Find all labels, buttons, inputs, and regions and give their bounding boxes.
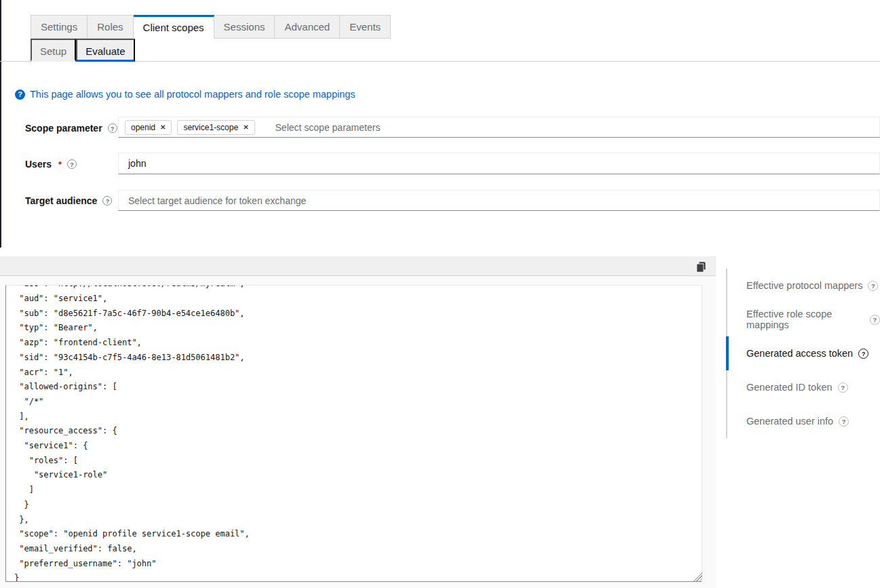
- vtab-effective-protocol-mappers[interactable]: Effective protocol mappers ?: [727, 269, 880, 302]
- generated-id-token-help-icon[interactable]: ?: [838, 383, 848, 393]
- window-edge: [0, 0, 1, 248]
- users-label: Users * ?: [25, 159, 77, 170]
- users-value: john: [128, 158, 146, 169]
- client-scopes-subtabs: Setup Evaluate: [31, 39, 135, 62]
- chip-openid-remove-icon[interactable]: ✕: [160, 123, 166, 131]
- vtab-generated-user-info[interactable]: Generated user info ?: [727, 404, 880, 438]
- chip-openid-label: openid: [131, 123, 155, 132]
- vtab-label: Generated access token: [746, 348, 853, 359]
- scope-parameter-select[interactable]: openid ✕ service1-scope ✕ Select scope p…: [118, 117, 880, 138]
- users-label-text: Users: [25, 159, 52, 170]
- chip-openid: openid ✕: [125, 120, 172, 135]
- client-tabs: Settings Roles Client scopes Sessions Ad…: [31, 15, 391, 39]
- target-audience-help-icon[interactable]: ?: [102, 196, 112, 205]
- generated-token-panel: "iss": "http://localhost:8080/realms/myr…: [0, 256, 716, 588]
- target-audience-label-text: Target audience: [25, 195, 97, 206]
- tab-advanced[interactable]: Advanced: [275, 15, 340, 39]
- generated-user-info-help-icon[interactable]: ?: [839, 416, 849, 427]
- tab-settings[interactable]: Settings: [31, 15, 88, 39]
- result-tabs: Effective protocol mappers ? Effective r…: [726, 269, 880, 438]
- token-textarea[interactable]: "iss": "http://localhost:8080/realms/myr…: [5, 285, 702, 582]
- scope-parameter-label: Scope parameter ?: [25, 123, 117, 134]
- chip-service1-scope-label: service1-scope: [183, 123, 238, 132]
- copy-icon: [695, 261, 707, 273]
- help-circle-icon: ?: [15, 90, 25, 100]
- hint-link[interactable]: This page allows you to see all protocol…: [30, 89, 356, 100]
- tab-client-scopes[interactable]: Client scopes: [134, 15, 214, 39]
- vtab-label: Effective role scope mappings: [746, 309, 864, 330]
- tab-sessions[interactable]: Sessions: [214, 15, 275, 39]
- target-audience-label: Target audience ?: [25, 195, 112, 206]
- effective-protocol-mappers-help-icon[interactable]: ?: [868, 281, 878, 291]
- required-asterisk: *: [58, 159, 62, 170]
- generated-access-token-help-icon[interactable]: ?: [858, 349, 868, 359]
- users-help-icon[interactable]: ?: [67, 159, 77, 169]
- tab-roles[interactable]: Roles: [88, 15, 133, 39]
- subtab-setup[interactable]: Setup: [31, 39, 76, 62]
- tab-events[interactable]: Events: [340, 15, 391, 39]
- token-text: "iss": "http://localhost:8080/realms/myr…: [6, 285, 702, 582]
- vtab-label: Effective protocol mappers: [746, 280, 862, 291]
- target-audience-placeholder: Select target audience for token exchang…: [128, 195, 306, 206]
- scope-parameter-help-icon[interactable]: ?: [108, 123, 117, 133]
- copy-button[interactable]: [694, 260, 708, 273]
- vtab-label: Generated user info: [746, 416, 833, 427]
- code-panel-header: [0, 256, 716, 276]
- vtab-label: Generated ID token: [746, 382, 833, 393]
- page-hint: ? This page allows you to see all protoc…: [15, 89, 356, 100]
- target-audience-select[interactable]: Select target audience for token exchang…: [118, 190, 880, 211]
- vtab-generated-id-token[interactable]: Generated ID token ?: [727, 370, 880, 404]
- vtab-generated-access-token[interactable]: Generated access token ?: [727, 336, 880, 370]
- client-detail-page: Settings Roles Client scopes Sessions Ad…: [0, 0, 880, 588]
- effective-role-scope-mappings-help-icon[interactable]: ?: [870, 315, 880, 325]
- chip-service1-scope: service1-scope ✕: [177, 120, 254, 135]
- chip-service1-scope-remove-icon[interactable]: ✕: [243, 123, 248, 131]
- vtab-effective-role-scope-mappings[interactable]: Effective role scope mappings ?: [727, 302, 880, 336]
- users-input[interactable]: john: [118, 153, 880, 174]
- subtab-evaluate[interactable]: Evaluate: [76, 39, 134, 62]
- scope-parameter-label-text: Scope parameter: [25, 123, 102, 134]
- scope-parameter-placeholder: Select scope parameters: [275, 122, 381, 133]
